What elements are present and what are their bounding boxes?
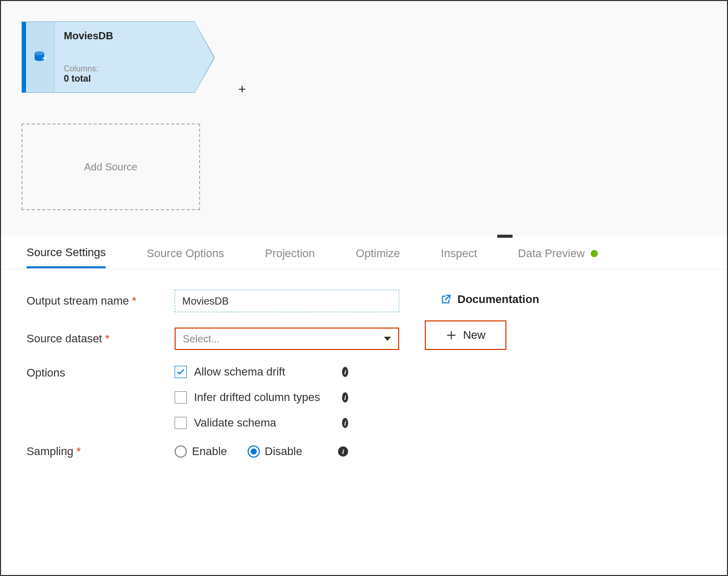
status-indicator-icon: [591, 250, 598, 257]
info-icon[interactable]: i: [342, 392, 348, 403]
options-label: Options: [27, 365, 175, 380]
tab-source-settings[interactable]: Source Settings: [27, 237, 106, 268]
info-icon[interactable]: i: [338, 446, 348, 457]
sampling-disable-label: Disable: [265, 445, 302, 458]
tab-source-options[interactable]: Source Options: [147, 238, 224, 267]
output-stream-row: Output stream name *: [27, 290, 701, 312]
source-node-title: MoviesDB: [64, 30, 185, 42]
columns-label: Columns:: [64, 64, 185, 73]
source-settings-panel: Documentation New Output stream name * S…: [1, 269, 727, 494]
options-row: Options Allow schema drift i Infer drift: [27, 365, 701, 430]
required-asterisk: *: [132, 294, 137, 308]
radio-icon: [248, 445, 260, 458]
output-stream-input[interactable]: [175, 290, 399, 312]
radio-icon: [175, 445, 187, 458]
allow-schema-drift-checkbox[interactable]: [175, 366, 187, 378]
tab-optimize[interactable]: Optimize: [356, 238, 400, 267]
panel-resize-handle[interactable]: [497, 235, 513, 238]
add-source-button[interactable]: Add Source: [21, 123, 200, 210]
output-stream-label: Output stream name *: [27, 294, 175, 308]
source-dataset-select[interactable]: Select...: [175, 328, 399, 350]
info-icon[interactable]: i: [342, 418, 348, 428]
tab-data-preview-label: Data Preview: [518, 247, 585, 260]
chevron-down-icon: [384, 337, 391, 341]
sampling-radio-group: Enable Disable: [175, 445, 302, 458]
source-dataset-label-text: Source dataset: [27, 332, 102, 345]
checkmark-icon: [176, 367, 185, 377]
sampling-enable-label: Enable: [192, 445, 227, 458]
tab-inspect[interactable]: Inspect: [441, 238, 477, 267]
source-dataset-label: Source dataset *: [27, 332, 175, 345]
external-link-icon: [440, 294, 451, 305]
validate-schema-label: Validate schema: [194, 416, 342, 430]
source-node-icon: [26, 22, 55, 92]
sampling-label: Sampling *: [27, 445, 175, 458]
new-dataset-button[interactable]: New: [425, 320, 506, 350]
add-transformation-button[interactable]: +: [238, 81, 246, 97]
output-stream-label-text: Output stream name: [27, 294, 129, 308]
tab-data-preview[interactable]: Data Preview: [518, 238, 598, 267]
source-dataset-row: Source dataset * Select...: [27, 328, 701, 350]
sampling-enable-radio[interactable]: Enable: [175, 445, 227, 458]
selection-bar: [22, 22, 26, 92]
required-asterisk: *: [77, 445, 81, 458]
infer-drifted-label: Infer drifted column types: [194, 391, 342, 404]
sampling-label-text: Sampling: [27, 445, 74, 458]
validate-schema-checkbox[interactable]: [175, 417, 187, 429]
database-icon: [33, 49, 48, 65]
tab-projection[interactable]: Projection: [265, 238, 315, 267]
new-button-label: New: [463, 329, 486, 342]
radio-dot-icon: [251, 448, 257, 455]
allow-schema-drift-label: Allow schema drift: [194, 365, 342, 379]
infer-drifted-checkbox[interactable]: [175, 391, 187, 404]
source-node[interactable]: MoviesDB Columns: 0 total +: [21, 21, 215, 93]
node-arrow-fill: [195, 22, 214, 93]
select-placeholder: Select...: [183, 333, 220, 345]
dataflow-canvas: MoviesDB Columns: 0 total + Add Source: [1, 1, 727, 236]
svg-point-1: [34, 52, 44, 56]
required-asterisk: *: [105, 332, 110, 345]
sampling-row: Sampling * Enable Disable i: [27, 445, 701, 458]
sampling-disable-radio[interactable]: Disable: [248, 445, 302, 458]
documentation-link[interactable]: Documentation: [440, 293, 539, 306]
columns-count: 0 total: [64, 73, 185, 84]
plus-icon: [446, 330, 457, 341]
settings-tabs: Source Settings Source Options Projectio…: [1, 236, 727, 269]
add-source-label: Add Source: [84, 161, 138, 173]
info-icon[interactable]: i: [342, 367, 348, 377]
options-label-text: Options: [27, 366, 65, 380]
documentation-label: Documentation: [457, 293, 539, 306]
